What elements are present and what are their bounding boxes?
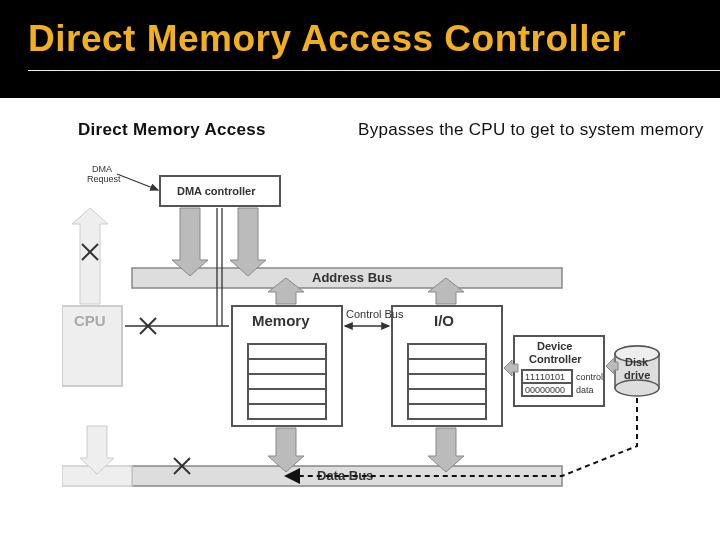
disk-label-2: drive [624, 369, 650, 381]
mem-row [248, 374, 326, 389]
title-rule [28, 70, 720, 71]
memory-label: Memory [252, 312, 310, 329]
dma-diagram: Address Bus Data Bus DMA controller DMA … [62, 166, 662, 506]
dc-reg-control-label: control [576, 372, 603, 382]
dma-to-addr-arrow-1 [172, 208, 208, 276]
io-row [408, 404, 486, 419]
dma-request-label-1: DMA [92, 166, 112, 174]
dma-to-addr-arrow-2 [230, 208, 266, 276]
io-row [408, 374, 486, 389]
io-row [408, 389, 486, 404]
mem-row [248, 344, 326, 359]
subhead-left: Direct Memory Access [78, 120, 318, 140]
dc-label-2: Controller [529, 353, 582, 365]
address-bus-label: Address Bus [312, 270, 392, 285]
mem-row [248, 389, 326, 404]
mem-row [248, 359, 326, 374]
title-bar: Direct Memory Access Controller [0, 0, 720, 98]
cpu-label: CPU [74, 312, 106, 329]
io-row [408, 344, 486, 359]
subhead-row: Direct Memory Access Bypasses the CPU to… [0, 98, 720, 140]
mem-row [248, 404, 326, 419]
dma-controller-label: DMA controller [177, 185, 256, 197]
dc-reg-data-label: data [576, 385, 594, 395]
io-row [408, 359, 486, 374]
subhead-right: Bypasses the CPU to get to system memory [358, 120, 704, 140]
disk-label-1: Disk [625, 356, 649, 368]
dc-label-1: Device [537, 340, 572, 352]
svg-point-8 [615, 380, 659, 396]
cpu-addr-arrow [72, 208, 108, 304]
dc-bits-control: 11110101 [525, 372, 565, 382]
dma-request-label-2: Request [87, 174, 121, 184]
dma-request-arrow [117, 174, 158, 190]
io-label: I/O [434, 312, 454, 329]
control-bus-label: Control Bus [346, 308, 404, 320]
dc-bits-data: 00000000 [525, 385, 565, 395]
slide-title: Direct Memory Access Controller [28, 18, 720, 60]
